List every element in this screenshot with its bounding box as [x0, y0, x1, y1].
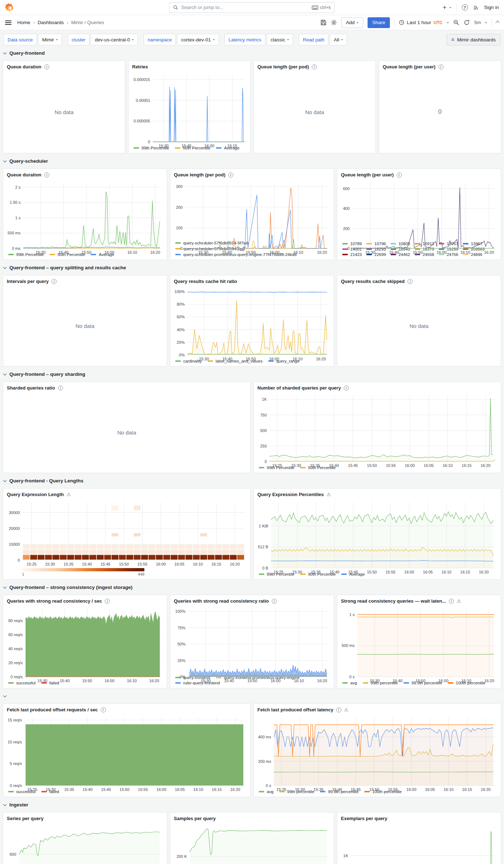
info-icon[interactable]: i [44, 64, 49, 69]
panel-title[interactable]: Query Expression Percentiles [257, 492, 324, 497]
read-path-label[interactable]: Read path [299, 34, 328, 45]
chevron-up-icon[interactable] [495, 21, 499, 24]
section-query-scheduler[interactable]: Query-scheduler [4, 156, 500, 166]
panel-title[interactable]: Fetch last produced offset latency [257, 707, 333, 712]
strong-wait-chart[interactable]: 15:3015:4015:5016:0016:1016:200 s500 ms1… [339, 606, 499, 680]
read-path-value[interactable]: All [330, 34, 347, 45]
panel-title[interactable]: Queue length (per pod) [174, 172, 225, 177]
info-icon[interactable]: i [438, 64, 444, 69]
svg-text:16:00: 16:00 [438, 679, 449, 683]
svg-text:15:25: 15:25 [27, 787, 37, 792]
info-icon[interactable]: i [58, 386, 63, 391]
exemplars-per-query-chart[interactable]: 1K [339, 823, 499, 864]
refresh-interval-picker[interactable]: 5m [474, 20, 487, 25]
sharded-num-chart[interactable]: 15:2515:3015:3515:4015:4515:5015:5516:00… [256, 393, 499, 464]
queue-duration-chart[interactable]: 15:3015:4015:5016:0016:1016:200 ms500 ms… [5, 180, 165, 251]
info-icon[interactable]: i [44, 172, 49, 177]
help-icon[interactable]: ? [462, 4, 468, 10]
fetch-offset-latency-chart[interactable]: 15:2515:3015:3515:4015:4515:5015:5516:00… [256, 715, 499, 788]
new-button[interactable]: + [443, 4, 451, 11]
panel-title[interactable]: Queue length (per user) [341, 172, 394, 177]
info-icon[interactable]: i [228, 172, 233, 177]
panel-title[interactable]: Query results cache hit ratio [174, 279, 237, 284]
section-untitled[interactable] [4, 691, 500, 701]
strong-rps-chart[interactable]: 15:3015:4015:5016:0016:1016:200 req/s20 … [5, 606, 165, 680]
sign-in-link[interactable]: Sign in [484, 5, 499, 10]
svg-text:75%: 75% [177, 626, 185, 630]
info-icon[interactable]: i [449, 599, 454, 604]
breadcrumb-home[interactable]: Home [17, 20, 30, 25]
panel-title[interactable]: Number of sharded queries per query [257, 385, 341, 391]
warning-icon[interactable]: ⚠ [67, 492, 71, 497]
cache-hit-chart[interactable]: 15:3015:4015:5016:0016:1016:200%20%40%60… [172, 286, 332, 358]
panel-title[interactable]: Intervals per query [7, 279, 49, 284]
info-icon[interactable]: i [408, 279, 413, 284]
info-icon[interactable]: i [272, 599, 277, 604]
info-icon[interactable]: i [101, 707, 106, 712]
breadcrumb-dashboards[interactable]: Dashboards [38, 20, 64, 25]
cluster-value[interactable]: dev-us-central-0 [91, 34, 138, 45]
panel-title[interactable]: Strong read consistency queries — wait l… [341, 598, 446, 604]
warning-icon[interactable]: ⚠ [327, 492, 331, 497]
data-source-value[interactable]: Mimir [38, 34, 62, 45]
refresh-icon[interactable] [464, 19, 470, 26]
info-icon[interactable]: i [105, 599, 110, 604]
section-strong-consistency[interactable]: Query-frontend – strong consistency (ing… [4, 582, 500, 592]
expr-percentiles-chart[interactable]: 15:2515:3015:3515:4015:4515:5015:5516:00… [256, 499, 499, 571]
news-rss-icon[interactable] [473, 4, 479, 10]
panel-title[interactable]: Queries with strong read consistency / s… [7, 598, 102, 604]
fetch-offset-rps-chart[interactable]: 15:2515:3015:3515:4015:4515:5015:5516:00… [5, 715, 248, 788]
info-icon[interactable]: i [336, 707, 341, 712]
retries-chart[interactable]: 15:3015:4516:0016:1500.0000050.000010.00… [131, 72, 248, 145]
hamburger-menu-icon[interactable] [5, 21, 12, 25]
info-icon[interactable]: i [397, 172, 402, 177]
section-query-sharding[interactable]: Query-frontend – query sharding [4, 369, 500, 379]
warning-icon[interactable]: ⚠ [344, 707, 348, 712]
chevron-right-icon: › [33, 20, 35, 25]
panel-title[interactable]: Queue duration [7, 172, 41, 177]
svg-text:16:15: 16:15 [460, 570, 470, 574]
panel-title[interactable]: Fetch last produced offset requests / se… [7, 707, 98, 712]
data-source-label[interactable]: Data source [4, 34, 37, 45]
namespace-value[interactable]: cortex-dev-01 [177, 34, 219, 45]
strong-ratio-chart[interactable]: 15:3015:4015:5016:0016:1016:200%25%50%75… [172, 606, 332, 674]
panel-title[interactable]: Queries with strong read consistency rat… [174, 598, 269, 604]
panel-title[interactable]: Series per query [7, 816, 44, 821]
svg-text:16:00: 16:00 [104, 679, 114, 683]
mimir-dashboards-button[interactable]: ≡Mimir dashboards [447, 34, 500, 45]
section-query-frontend[interactable]: Query-frontend [4, 48, 500, 58]
section-query-lengths[interactable]: Query-frontend - Query Lengths [4, 476, 500, 485]
info-icon[interactable]: i [312, 64, 317, 69]
info-icon[interactable]: i [344, 386, 349, 391]
save-icon[interactable] [320, 19, 327, 26]
section-query-splitting[interactable]: Query-frontend – query splitting and res… [4, 263, 500, 272]
samples-per-query-chart[interactable]: 200 K [172, 823, 332, 864]
panel-title[interactable]: Exemplars per query [341, 816, 387, 821]
warning-icon[interactable]: ⚠ [457, 599, 461, 603]
panel-title[interactable]: Sharded queries ratio [7, 385, 55, 391]
section-ingester[interactable]: Ingester [4, 800, 500, 809]
panel-title[interactable]: Query results cache skipped [341, 279, 405, 284]
panel-title[interactable]: Queue length (per user) [383, 64, 436, 69]
latency-metrics-label[interactable]: Latency metrics [225, 34, 265, 45]
info-icon[interactable]: i [51, 279, 57, 284]
queue-length-user-chart[interactable]: 15:3015:4015:5016:0016:1016:200200400600 [339, 180, 499, 240]
queue-length-pod-chart[interactable]: 15:3015:4015:5016:0016:1016:200100200300 [172, 180, 332, 240]
namespace-label[interactable]: namespace [144, 34, 176, 45]
grafana-logo-icon[interactable] [5, 3, 14, 12]
series-per-query-chart[interactable]: 600 [5, 823, 165, 864]
panel-title[interactable]: Query Expression Length [7, 492, 64, 497]
time-range-picker[interactable]: Last 1 hour UTC [399, 20, 449, 25]
cluster-label[interactable]: cluster [68, 34, 89, 45]
add-button[interactable]: Add [341, 17, 363, 28]
panel-title[interactable]: Samples per query [174, 816, 216, 821]
gear-icon[interactable] [331, 19, 337, 26]
latency-metrics-value[interactable]: classic [267, 34, 293, 45]
panel-title[interactable]: Queue length (per pod) [257, 64, 309, 69]
panel-title[interactable]: Queue duration [7, 64, 41, 69]
search-input[interactable]: Search or jump to... ctrl+k [169, 2, 335, 13]
panel-title[interactable]: Retries [132, 64, 148, 69]
expr-length-heatmap[interactable]: 15:2515:3015:3515:4015:4515:5015:5516:00… [5, 499, 248, 567]
zoom-out-icon[interactable] [453, 19, 459, 26]
share-button[interactable]: Share [368, 17, 390, 28]
